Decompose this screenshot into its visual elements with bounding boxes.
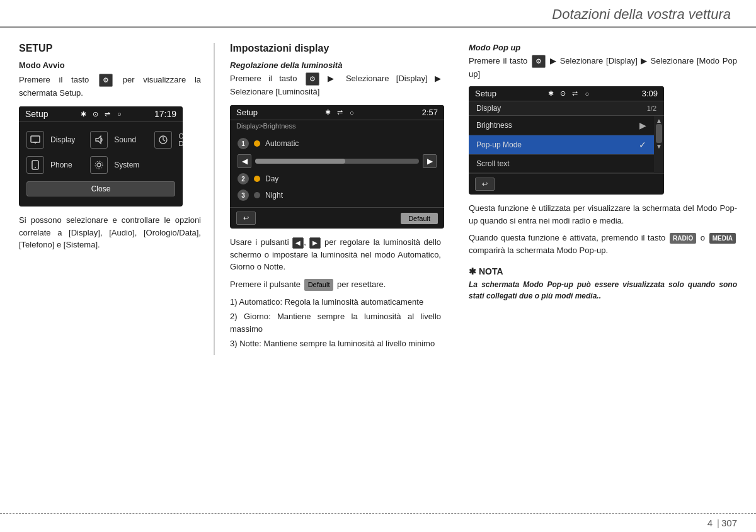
bright-option-auto: 1 Automatic [238,135,437,152]
popup-desc1: Questa funzione è utilizzata per visuali… [469,202,737,227]
setup-screen-1: Setup ✱ ⊙ ⇌ ○ 17:19 Displa [19,106,183,207]
setup-button-mid: ⚙ [306,72,319,86]
close-button[interactable]: Close [26,181,175,196]
bright-default-btn[interactable]: Default [401,213,438,224]
bright-screen-icons: ✱ ⇌ ○ [323,108,356,117]
popup-icon-arrows: ⇌ [571,89,580,98]
bright-icon-star: ✱ [323,108,332,117]
page-title: Dotazioni della vostra vettura [552,6,731,23]
popup-intro: Premere il tasto ⚙ ▶ Selezionare [Displa… [469,55,737,80]
sound-icon [90,131,108,149]
screen-body-1: Display Phone [19,122,183,207]
bright-bullet-list: 1) Automatico: Regola la luminosità auto… [230,296,441,350]
menu-col-clock: Clock/Day [147,127,183,178]
popup-icon-ring: ○ [583,89,592,98]
popup-item-popupmode-check: ✓ [639,140,646,150]
menu-clock: Clock/Day [147,127,183,152]
popup-page-indicator: 1/2 [647,105,656,112]
menu-sound: Sound [83,127,147,152]
screen-icons-bar-1: ✱ ⊙ ⇌ ○ [79,110,123,118]
svg-marker-5 [96,136,101,144]
bright-option-day: 2 Day [238,171,437,187]
screen-icon-ring: ○ [115,110,123,118]
radio-badge: RADIO [670,233,696,244]
bright-option-night: 3 Night [238,187,437,203]
nota-text: La schermata Modo Pop-up può essere visu… [469,279,737,302]
nota-title: ✱ NOTA [469,266,737,276]
phone-label: Phone [50,161,72,169]
scroll-up-arrow: ▲ [656,117,662,124]
modo-avvio-desc: Premere il tasto ⚙ per visualizzare la s… [19,74,201,99]
screen-icon-circle: ⊙ [91,110,100,118]
system-icon [90,156,108,174]
svg-point-6 [97,163,101,167]
clock-label: Clock/Day [178,132,183,147]
impostazioni-title: Impostazioni display [230,43,441,54]
menu-phone: Phone [19,152,83,178]
popup-desc2: Quando questa funzione è attivata, preme… [469,232,737,256]
screen-icon-arrows: ⇌ [103,110,112,118]
svg-point-4 [35,167,36,168]
bright-options: 1 Automatic ◀ ▶ 2 Day [230,132,444,207]
night-label: Night [265,191,283,200]
setup-button-right: ⚙ [532,55,546,68]
slider-fill [255,159,345,164]
popup-row-container: Brightness ▶ Pop-up Mode ✓ Scroll text ▲ [469,116,664,173]
popup-screen: Setup ✱ ⊙ ⇌ ○ 3:09 Display 1/2 Brightnes… [469,86,664,195]
phone-icon [26,156,44,174]
bright-intro: Premere il tasto ⚙ ▶ Selezionare [Displa… [230,72,441,98]
regolazione-title: Regolazione della luminosità [230,60,441,70]
popup-screen-icons: ✱ ⊙ ⇌ ○ [547,89,592,98]
bright-desc2: Premere il pulsante Default per resettar… [230,278,441,291]
scroll-down-arrow: ▼ [656,143,662,150]
day-label: Day [265,174,278,183]
radio-dot-day [254,176,260,182]
popup-item-popupmode-label: Pop-up Mode [476,140,522,149]
popup-item-scrolltext-label: Scroll text [476,159,510,168]
nota-section: ✱ NOTA La schermata Modo Pop-up può esse… [469,266,737,302]
sound-label: Sound [114,135,136,144]
svg-line-10 [163,140,165,141]
popup-icon-star: ✱ [547,89,556,98]
bright-back-btn[interactable]: ↩ [236,212,256,225]
main-content: SETUP Modo Avvio Premere il tasto ⚙ per … [0,28,756,368]
slider-track [255,159,419,164]
scroll-thumb [656,124,662,143]
right-column: Modo Pop up Premere il tasto ⚙ ▶ Selezio… [454,43,737,355]
chapter-number: 4 [707,518,713,528]
svg-rect-0 [31,136,40,142]
menu-system: System [83,152,147,178]
right-arrow-icon: ▶ [309,237,321,249]
bright-icon-arrows: ⇌ [335,108,344,117]
bright-bottom-bar: ↩ Default [230,207,444,229]
popup-back-btn[interactable]: ↩ [475,178,495,191]
screen-menu: Display Phone [19,127,183,178]
left-arrow-icon: ◀ [292,237,304,249]
setup-section-title: SETUP [19,43,201,54]
footer-page-area: | 307 [715,518,737,528]
popup-icon-circle: ⊙ [559,89,568,98]
menu-col-right: Sound System [83,127,147,178]
system-label: System [114,161,139,169]
menu-col-left: Display Phone [19,127,83,178]
screen-time-1: 17:19 [154,109,176,119]
bright-desc1: Usare i pulsanti ◀, ▶ per regolare la lu… [230,236,441,273]
default-btn-inline: Default [304,279,334,291]
brightness-screen: Setup ✱ ⇌ ○ 2:57 Display>Brightness 1 Au… [230,105,444,229]
slider-left-btn[interactable]: ◀ [238,154,251,168]
list-item-2: 2) Giorno: Mantiene sempre la luminosità… [230,310,441,335]
radio-dot-night [254,192,260,198]
list-item-1: 1) Automatico: Regola la luminosità auto… [230,296,441,308]
popup-item-popupmode: Pop-up Mode ✓ [469,135,654,155]
gear-icon-mid: ⚙ [309,74,316,84]
popup-item-brightness-arrow: ▶ [639,120,646,130]
slider-row: ◀ ▶ [238,152,437,171]
bright-icon-ring: ○ [347,108,356,117]
popup-screen-title: Setup [475,89,496,98]
display-icon [26,131,44,149]
badge-1: 1 [238,138,249,149]
bright-screen-title: Setup [236,108,258,117]
screen-header-1: Setup ✱ ⊙ ⇌ ○ 17:19 [19,106,183,122]
popup-scrollbar: ▲ ▼ [654,116,664,173]
slider-right-btn[interactable]: ▶ [423,154,437,168]
